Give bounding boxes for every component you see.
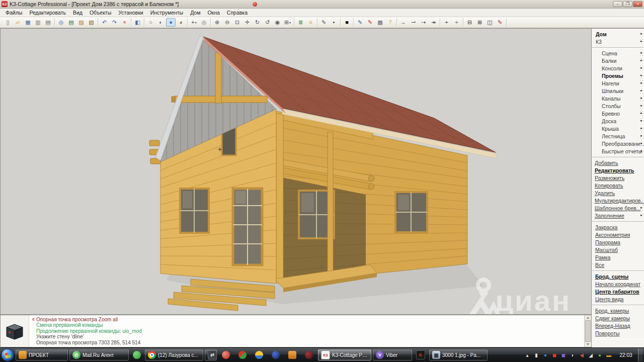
- scrollbar-thumb[interactable]: [585, 320, 591, 342]
- menu-item-3[interactable]: Вид: [69, 9, 86, 16]
- taskbar-pinned-k3-red-app[interactable]: [414, 349, 428, 360]
- publish-button[interactable]: ◎: [56, 18, 66, 27]
- line-style-2-button[interactable]: ⇀: [409, 18, 418, 27]
- sidebar-item[interactable]: Копировать: [592, 182, 644, 189]
- sidebar-item[interactable]: Шаблонное брев...►: [592, 204, 644, 212]
- rotate-view-left-button[interactable]: ↻: [253, 18, 262, 27]
- cascade-windows-button[interactable]: ◫: [485, 18, 495, 27]
- command-log-lines[interactable]: 4Опорная точка просмотра Zoom allСмена п…: [29, 315, 584, 347]
- sidebar-item[interactable]: Доска►: [592, 117, 644, 125]
- orbit-tool-button[interactable]: ◎: [199, 18, 209, 27]
- sidebar-item[interactable]: Аксонометрия: [592, 231, 644, 238]
- help-tool-button[interactable]: ?: [385, 18, 395, 27]
- close-button[interactable]: ×: [633, 1, 642, 7]
- line-style-3-button[interactable]: ⇢: [419, 18, 428, 27]
- taskbar-button-viber[interactable]: Viber: [373, 349, 412, 360]
- pen-tool-button[interactable]: ✎: [365, 18, 375, 27]
- battery-icon[interactable]: ▮: [533, 352, 540, 358]
- sidebar-item[interactable]: Мультиредактиров...: [592, 197, 644, 204]
- taskbar-pinned-yellow-sphere-app[interactable]: [252, 349, 267, 360]
- start-button[interactable]: [1, 348, 14, 361]
- pan-view-button[interactable]: ✛: [243, 18, 252, 27]
- rotate-view-right-button[interactable]: ↺: [263, 18, 272, 27]
- sidebar-item[interactable]: Масштаб: [592, 246, 644, 253]
- menu-item-4[interactable]: Объекты: [86, 9, 115, 16]
- volume-icon[interactable]: ◀: [578, 352, 585, 358]
- sidebar-item[interactable]: Сдвиг камеры: [592, 314, 644, 322]
- menu-item-6[interactable]: Инструменты: [147, 9, 187, 16]
- sidebar-item[interactable]: К3►: [592, 38, 644, 45]
- log-scrollbar[interactable]: ▲ ▼: [584, 315, 591, 347]
- show-desktop-button[interactable]: [638, 348, 643, 361]
- line-style-4-button[interactable]: ↠: [429, 18, 438, 27]
- taskbar-clock[interactable]: 22:03: [615, 352, 636, 358]
- measure-tool-button[interactable]: ✎: [319, 18, 329, 27]
- taskbar-pinned-duo-sphere-app[interactable]: [235, 349, 250, 360]
- sidebar-item[interactable]: Дом►: [592, 30, 644, 38]
- archive-button[interactable]: ▧: [87, 18, 96, 27]
- menu-item-5[interactable]: Установки: [115, 9, 146, 16]
- sidebar-item[interactable]: Закраска: [592, 223, 644, 231]
- select-tool-button[interactable]: +▾: [189, 18, 199, 27]
- taskbar-pinned-darkred-app[interactable]: [301, 349, 316, 360]
- purple-tray-app-icon[interactable]: ◼: [560, 352, 567, 358]
- taskbar-button-paint[interactable]: 3000 1.jpg - Pa...: [429, 349, 488, 360]
- menu-item-8[interactable]: Окна: [204, 9, 223, 16]
- sidebar-item[interactable]: Панорама: [592, 238, 644, 246]
- sidebar-item[interactable]: Повороты: [592, 329, 644, 337]
- sidebar-item[interactable]: Проемы►: [592, 72, 644, 79]
- image-export-button[interactable]: ▨: [76, 18, 86, 27]
- zoom-all-button[interactable]: ⊞▾: [283, 18, 292, 27]
- sidebar-item[interactable]: Консоли►: [592, 64, 644, 72]
- sidebar-item[interactable]: Удалить: [592, 189, 644, 197]
- save-file-button[interactable]: ▦: [23, 18, 33, 27]
- increase-step-button[interactable]: +: [442, 18, 451, 27]
- sidebar-item[interactable]: Начало координат: [592, 280, 644, 288]
- import-file-button[interactable]: ▥: [33, 18, 43, 27]
- menu-item-1[interactable]: Файлы: [2, 9, 26, 16]
- network-signal-icon[interactable]: ◢: [587, 352, 594, 358]
- 3d-viewport[interactable]: циан: [0, 28, 591, 315]
- sidebar-item[interactable]: Быстрые отчеты►: [592, 147, 644, 155]
- zoom-out-button[interactable]: ⊖: [222, 18, 232, 27]
- look-around-button[interactable]: ◉: [273, 18, 282, 27]
- layers-button[interactable]: ≡: [306, 18, 315, 27]
- sidebar-item[interactable]: Бревно►: [592, 110, 644, 117]
- sidebar-item[interactable]: Нагели►: [592, 79, 644, 87]
- redo-button[interactable]: ↷: [110, 18, 119, 27]
- scroll-down-icon[interactable]: ▼: [586, 342, 590, 346]
- sidebar-item[interactable]: Заполнение►: [592, 212, 644, 219]
- menu-item-9[interactable]: Справка: [223, 9, 251, 16]
- zoom-in-button[interactable]: ⊕: [212, 18, 222, 27]
- sidebar-item[interactable]: Каналы►: [592, 95, 644, 102]
- sidebar-item[interactable]: Центр вида: [592, 295, 644, 303]
- menu-item-2[interactable]: Редактировать: [26, 9, 69, 16]
- sidebar-item[interactable]: Преобразовани...►: [592, 140, 644, 147]
- split-horizontal-button[interactable]: ⊟: [465, 18, 474, 27]
- sidebar-item[interactable]: Шпильки►: [592, 87, 644, 95]
- zoom-window-button[interactable]: ⊡: [232, 18, 242, 27]
- color-swatch-button[interactable]: ■: [342, 18, 352, 27]
- sidebar-item[interactable]: Балки►: [592, 57, 644, 64]
- view-window-button[interactable]: ◧: [133, 18, 142, 27]
- divide-step-button[interactable]: ÷: [452, 18, 461, 27]
- sidebar-item[interactable]: Рамка: [592, 253, 644, 261]
- line-style-1-button[interactable]: →: [398, 18, 408, 27]
- hidden-icons-icon[interactable]: ▴: [524, 352, 531, 358]
- open-file-button[interactable]: ▱: [13, 18, 23, 27]
- sidebar-item[interactable]: Добавить: [592, 159, 644, 166]
- moon-icon[interactable]: ◗: [569, 352, 576, 358]
- taskbar-button-green-app[interactable]: [130, 349, 143, 360]
- model-tree-button[interactable]: ≣: [296, 18, 305, 27]
- point-tool-button[interactable]: •: [329, 18, 339, 27]
- wireframe-mode-button[interactable]: ○: [146, 18, 155, 27]
- red-tray-app-icon[interactable]: ◼: [551, 352, 558, 358]
- split-vertical-button[interactable]: ⊞: [475, 18, 485, 27]
- network-globe-icon[interactable]: ●: [542, 352, 549, 358]
- report-button[interactable]: ▤: [66, 18, 76, 27]
- green-tray-status-icon[interactable]: ●: [596, 352, 603, 358]
- maximize-button[interactable]: ❐: [623, 1, 632, 7]
- hidden-line-mode-button[interactable]: ◐: [156, 18, 166, 27]
- sidebar-item[interactable]: Крыша►: [592, 125, 644, 132]
- sidebar-item[interactable]: Вперед-Назад: [592, 322, 644, 329]
